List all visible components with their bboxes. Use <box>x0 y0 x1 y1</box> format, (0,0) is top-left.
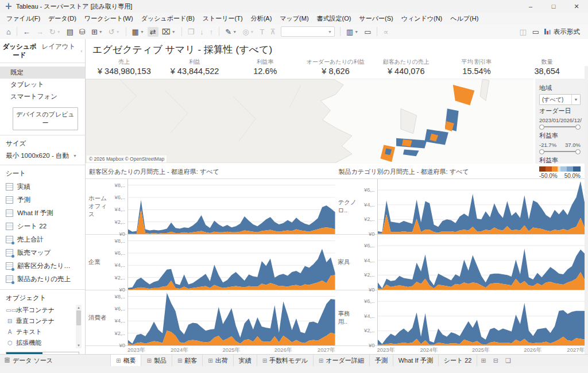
object-item[interactable]: Aテキスト <box>6 327 82 337</box>
chart-plot-area[interactable] <box>378 235 585 290</box>
tab-layout[interactable]: レイアウト <box>39 39 78 63</box>
menu-item-6[interactable]: マップ(M) <box>276 13 312 25</box>
menu-item-1[interactable]: データ(D) <box>44 13 80 25</box>
save-button[interactable]: ▤ <box>64 27 76 37</box>
sidebar-sheet-item[interactable]: シート 22 <box>6 220 85 233</box>
chart-plot-area[interactable] <box>128 235 335 290</box>
show-me-button[interactable]: 表示形式 <box>542 26 585 37</box>
chart-panel-家具[interactable]: 家具¥0¥2,..¥4,..¥6,.. <box>335 235 585 290</box>
chart-plot-area[interactable] <box>378 290 585 345</box>
chart-panel-消費者[interactable]: 消費者¥0¥2,..¥4,..¥6,..¥8,.. <box>86 290 335 346</box>
sort-ascending-button[interactable]: ↓ <box>198 27 206 37</box>
chart-plot-area[interactable] <box>128 179 335 234</box>
menu-item-4[interactable]: ストーリー(T) <box>199 13 247 25</box>
device-preview-button[interactable]: デバイスのプレビュー <box>13 107 78 130</box>
menu-item-8[interactable]: サーバー(S) <box>355 13 397 25</box>
fit-selector-button[interactable]: ▥▼ <box>344 27 361 37</box>
bottom-tab-What If 予測[interactable]: What If 予測 <box>393 355 439 366</box>
size-dropdown[interactable]: 最小 1000x620 - 自動 ▼ <box>6 150 85 161</box>
presentation-mode-button[interactable]: ▭ <box>362 27 373 37</box>
bottom-tab-予測[interactable]: 予測 <box>370 355 393 366</box>
object-item[interactable]: ⊟垂直コンテナ <box>6 316 82 327</box>
menu-item-5[interactable]: 分析(A) <box>247 13 276 25</box>
sidebar-sheet-item[interactable]: 実績 <box>6 180 85 193</box>
close-button[interactable]: ✕ <box>565 0 588 13</box>
duplicate-button[interactable]: ❐ <box>185 27 197 37</box>
order-date-slider[interactable] <box>540 124 579 130</box>
chart-plot-area[interactable] <box>378 179 585 234</box>
chart-plot-area[interactable] <box>128 290 335 345</box>
chart-monthly-sales-by-category[interactable]: 製品カテゴリ別の月間売上 - 都道府県: すべてテクノロ..¥0¥2,..¥4,… <box>335 166 585 355</box>
tab-dashboard[interactable]: ダッシュボード <box>0 39 39 63</box>
bottom-tab-概要[interactable]: ⊞概要 <box>110 355 141 366</box>
object-item[interactable]: ▭▭水平コンテナ <box>6 305 82 316</box>
region-filter-dropdown[interactable]: (すべて) ▼ <box>539 94 581 105</box>
presentation-button[interactable]: ▭ <box>530 27 541 37</box>
new-story-tab-button[interactable]: ❏ <box>502 355 514 366</box>
device-item-スマートフォン[interactable]: スマートフォン <box>0 91 85 103</box>
sidebar-sheet-item[interactable]: 売上合計 <box>6 233 85 246</box>
clear-sheet-button[interactable]: ⌧▼ <box>160 27 178 37</box>
bottom-tab-出荷[interactable]: ⊞出荷 <box>203 355 233 366</box>
device-item-既定[interactable]: 既定 <box>0 67 85 79</box>
sidebar-sheet-item[interactable]: 製品あたりの売上 <box>6 273 85 286</box>
bottom-tab-手数料モデル[interactable]: ⊞手数料モデル <box>257 355 314 366</box>
new-worksheet-button[interactable]: ⊞▼ <box>89 27 105 37</box>
collapse-pane-icon[interactable]: ‹ <box>78 39 85 63</box>
bottom-tab-シート 22[interactable]: シート 22 <box>439 355 478 366</box>
sidebar-sheet-item[interactable]: What If 予測 <box>6 207 85 220</box>
map-pref-chugoku[interactable] <box>402 139 412 147</box>
menu-item-10[interactable]: ヘルプ(H) <box>446 13 482 25</box>
new-view-button[interactable]: ▦▼ <box>130 27 146 37</box>
chevron-down-icon: ▼ <box>116 30 120 34</box>
minimize-button[interactable]: – <box>519 0 542 13</box>
sheet-item-label: 売上合計 <box>17 235 44 244</box>
menu-item-2[interactable]: ワークシート(W) <box>80 13 137 25</box>
tooltip-button[interactable]: ◫ <box>517 27 528 37</box>
show-labels-button[interactable]: T <box>257 27 266 37</box>
sidebar-sheet-item[interactable]: 顧客区分あたり… <box>6 259 85 273</box>
swap-axes-button[interactable]: ⇄ <box>148 27 158 37</box>
sidebar-sheet-item[interactable]: 予測 <box>6 193 85 207</box>
fix-axes-button[interactable]: ⊼ <box>268 27 278 37</box>
new-dashboard-tab-button[interactable]: ⊟ <box>490 355 502 366</box>
profit-ratio-slider[interactable] <box>540 149 579 154</box>
scroll-up-icon[interactable]: ▲ <box>77 305 80 310</box>
menu-item-7[interactable]: 書式設定(O) <box>313 13 355 25</box>
new-datasource-button[interactable]: ⛁ <box>77 27 88 37</box>
chart-monthly-sales-by-segment[interactable]: 顧客区分あたりの月間売上 - 都道府県: すべてホームオフィス¥0¥2,..¥4… <box>86 166 335 355</box>
chart-panel-テクノロジー[interactable]: テクノロ..¥0¥2,..¥4,..¥6,.. <box>335 179 585 235</box>
chart-panel-企業[interactable]: 企業¥0¥2,..¥4,..¥6,..¥8,.. <box>86 235 335 290</box>
data-source-tab[interactable]: データ ソース <box>0 355 59 366</box>
device-item-タブレット[interactable]: タブレット <box>0 79 85 91</box>
home-button[interactable]: ⌂ <box>4 27 13 37</box>
back-button[interactable]: ← <box>21 27 33 37</box>
new-worksheet-tab-button[interactable]: ⊞ <box>477 355 489 366</box>
objects-scrollbar[interactable]: ▲ ▼ <box>76 305 82 348</box>
view-selector-combobox[interactable]: ▼ <box>281 26 335 37</box>
sort-descending-button[interactable]: ↑ <box>207 27 216 37</box>
dashboard-tab-icon: ⊞ <box>146 358 151 364</box>
maximize-button[interactable]: □ <box>542 0 565 13</box>
highlight-button[interactable]: ✎▼ <box>223 27 239 37</box>
group-members-button[interactable]: ◎▼ <box>240 27 256 37</box>
redo-button[interactable]: ↻▼ <box>47 27 63 37</box>
share-button[interactable]: ∝ <box>381 27 390 37</box>
bottom-tab-実績[interactable]: 実績 <box>234 355 257 366</box>
bottom-tab-オーダー詳細[interactable]: ⊞オーダー詳細 <box>314 355 370 366</box>
menu-item-0[interactable]: ファイル(F) <box>2 13 44 25</box>
chart-panel-事務用品[interactable]: 事務用..¥0¥2,..¥4,..¥6,.. <box>335 290 585 346</box>
sidebar-sheet-item[interactable]: 販売マップ <box>6 246 85 259</box>
menu-item-3[interactable]: ダッシュボード(B) <box>137 13 199 25</box>
worksheet-icon <box>6 196 13 204</box>
sales-map[interactable]: © 2026 Mapbox © OpenStreetMap <box>86 79 533 164</box>
object-item[interactable]: ⬡拡張機能 <box>6 337 82 348</box>
menu-item-9[interactable]: ウィンドウ(N) <box>397 13 447 25</box>
bottom-tab-製品[interactable]: ⊞製品 <box>141 355 172 366</box>
map-attribution[interactable]: © 2026 Mapbox © OpenStreetMap <box>87 156 167 162</box>
scroll-down-icon[interactable]: ▼ <box>77 343 80 348</box>
chart-panel-ホーム オフィス[interactable]: ホームオフィス¥0¥2,..¥4,..¥6,..¥8,.. <box>86 179 335 235</box>
refresh-button[interactable]: ↺▼ <box>106 27 122 37</box>
forward-button[interactable]: → <box>34 27 46 37</box>
bottom-tab-顧客[interactable]: ⊞顧客 <box>172 355 203 366</box>
